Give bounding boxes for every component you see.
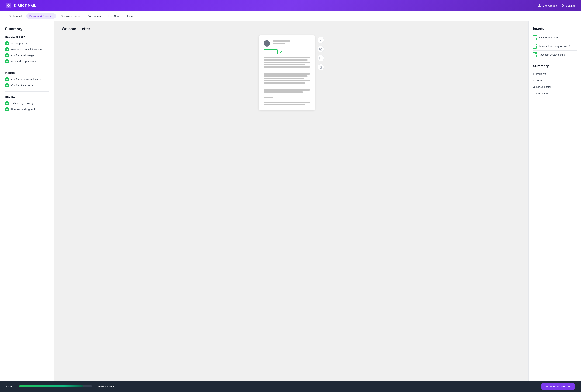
nav-package-dispatch[interactable]: Package & Dispatch bbox=[26, 13, 56, 18]
app-title: DIRECT MAIL bbox=[14, 4, 36, 7]
checklist-item-preview-signoff: Preview and sign-off bbox=[5, 107, 49, 111]
doc-tools bbox=[318, 35, 324, 70]
nav-help[interactable]: Help bbox=[124, 13, 136, 18]
label-telebizz: Telebizz QA testing bbox=[11, 102, 34, 105]
nav-completed-jobs[interactable]: Completed Jobs bbox=[58, 13, 83, 18]
inserts-title: Inserts bbox=[5, 71, 49, 75]
nav-dashboard[interactable]: Dashboard bbox=[6, 13, 25, 18]
checklist-item-select-page: Select page 1 bbox=[5, 41, 49, 45]
check-preview-signoff bbox=[5, 107, 9, 111]
divider-2 bbox=[5, 91, 49, 92]
inserts-panel-title: Inserts bbox=[533, 26, 577, 31]
doc-title: Welcome Letter bbox=[60, 26, 90, 31]
doc-preview-area: Welcome Letter ✓ bbox=[54, 21, 528, 381]
summary-row-recipients: 423 recipients bbox=[533, 90, 577, 97]
summary-row-inserts: 3 Inserts bbox=[533, 77, 577, 84]
doc-lines-group-1 bbox=[264, 57, 310, 67]
insert-label-1: Shareholder terms bbox=[539, 36, 559, 39]
check-confirm-order bbox=[5, 83, 9, 87]
sidebar-section-review: Review Telebizz QA testing Preview and s… bbox=[5, 95, 49, 111]
doc-preview-card: ✓ bbox=[259, 35, 315, 110]
insert-icon-1 bbox=[533, 35, 537, 40]
check-select-page bbox=[5, 41, 9, 45]
doc-line-2 bbox=[273, 43, 285, 44]
check-confirm-inserts bbox=[5, 77, 9, 81]
address-box-row: ✓ bbox=[264, 49, 310, 55]
settings-icon bbox=[561, 4, 564, 7]
insert-appendix: Appendix September.pdf bbox=[533, 50, 577, 59]
header-right: Dan Greggs Settings bbox=[538, 4, 576, 7]
label-select-page: Select page 1 bbox=[11, 42, 27, 45]
doc-lines-group-2 bbox=[264, 73, 310, 84]
divider-1 bbox=[5, 67, 49, 68]
doc-header-area bbox=[264, 40, 310, 46]
settings-menu[interactable]: Settings bbox=[561, 4, 576, 7]
checklist-item-telebizz: Telebizz QA testing bbox=[5, 101, 49, 105]
address-check-icon: ✓ bbox=[280, 50, 282, 54]
progress-percent: 88% Complete bbox=[98, 385, 114, 388]
insert-shareholder-terms: Shareholder terms bbox=[533, 33, 577, 42]
check-confirm-merge bbox=[5, 53, 9, 57]
label-preview-signoff: Preview and sign-off bbox=[11, 108, 35, 111]
checklist-item-confirm-order: Confirm insert order bbox=[5, 83, 49, 87]
status-label: Status bbox=[6, 385, 13, 388]
checklist-item-extract-address: Extract address information bbox=[5, 47, 49, 51]
doc-lines-group-5 bbox=[264, 102, 310, 105]
review-edit-title: Review & Edit bbox=[5, 35, 49, 39]
header-left: DIRECT MAIL bbox=[6, 3, 36, 8]
label-confirm-merge: Confirm mail merge bbox=[11, 54, 34, 57]
user-name: Dan Greggs bbox=[543, 4, 557, 7]
progress-bar-background bbox=[19, 385, 92, 388]
summary-row-pages: 79 pages in total bbox=[533, 84, 577, 90]
summary-insert-count: 3 Inserts bbox=[533, 79, 542, 82]
label-edit-crop: Edit and crop artwork bbox=[11, 60, 36, 63]
main-nav: Dashboard Package & Dispatch Completed J… bbox=[0, 11, 581, 21]
summary-row-docs: 1 Document bbox=[533, 71, 577, 77]
nav-documents[interactable]: Documents bbox=[84, 13, 104, 18]
checklist-item-edit-crop: Edit and crop artwork bbox=[5, 59, 49, 63]
insert-icon-2 bbox=[533, 44, 537, 49]
insert-financial-summary: Financial summary version 2 bbox=[533, 42, 577, 50]
proceed-print-button[interactable]: Procced & Print → bbox=[541, 383, 576, 391]
summary-panel-title: Summary bbox=[533, 64, 577, 68]
user-icon bbox=[538, 4, 541, 7]
main-content: Summary Review & Edit Select page 1 Extr… bbox=[0, 21, 581, 381]
checklist-item-confirm-inserts: Confirm additional inserts bbox=[5, 77, 49, 81]
tool-delete[interactable] bbox=[318, 64, 324, 70]
summary-recipients: 423 recipients bbox=[533, 92, 548, 95]
arrow-right-icon: → bbox=[567, 385, 570, 388]
insert-icon-3 bbox=[533, 52, 537, 57]
progress-bar-fill bbox=[19, 385, 84, 388]
insert-label-2: Financial summary version 2 bbox=[539, 45, 570, 48]
nav-live-chat[interactable]: Live Chat bbox=[105, 13, 122, 18]
tool-cursor[interactable] bbox=[318, 37, 324, 43]
check-edit-crop bbox=[5, 59, 9, 63]
checklist-item-confirm-merge: Confirm mail merge bbox=[5, 53, 49, 57]
doc-avatar bbox=[264, 40, 270, 46]
check-extract-address bbox=[5, 47, 9, 51]
doc-line-1 bbox=[273, 40, 290, 42]
logo-icon bbox=[6, 3, 11, 8]
address-box bbox=[264, 49, 278, 54]
settings-label: Settings bbox=[566, 4, 576, 7]
user-menu[interactable]: Dan Greggs bbox=[538, 4, 557, 7]
label-confirm-order: Confirm insert order bbox=[11, 84, 34, 87]
doc-lines-group-4 bbox=[264, 97, 310, 98]
sidebar: Summary Review & Edit Select page 1 Extr… bbox=[0, 21, 54, 381]
review-title: Review bbox=[5, 95, 49, 99]
sidebar-section-review-edit: Review & Edit Select page 1 Extract addr… bbox=[5, 35, 49, 63]
tool-comment[interactable] bbox=[318, 55, 324, 61]
doc-lines-group-3 bbox=[264, 89, 310, 93]
right-summary-section: Summary 1 Document 3 Inserts 79 pages in… bbox=[533, 64, 577, 97]
insert-label-3: Appendix September.pdf bbox=[539, 53, 566, 56]
label-confirm-inserts: Confirm additional inserts bbox=[11, 78, 41, 81]
tool-edit[interactable] bbox=[318, 46, 324, 52]
right-panel: Inserts Shareholder terms Financial summ… bbox=[528, 21, 581, 381]
doc-header-lines bbox=[273, 40, 290, 44]
check-telebizz bbox=[5, 101, 9, 105]
sidebar-title: Summary bbox=[5, 26, 49, 31]
footer-bar: Status 88% Complete Procced & Print → bbox=[0, 381, 581, 392]
summary-doc-count: 1 Document bbox=[533, 73, 546, 75]
proceed-label: Procced & Print bbox=[546, 385, 566, 388]
doc-preview-wrapper: ✓ bbox=[60, 35, 523, 110]
